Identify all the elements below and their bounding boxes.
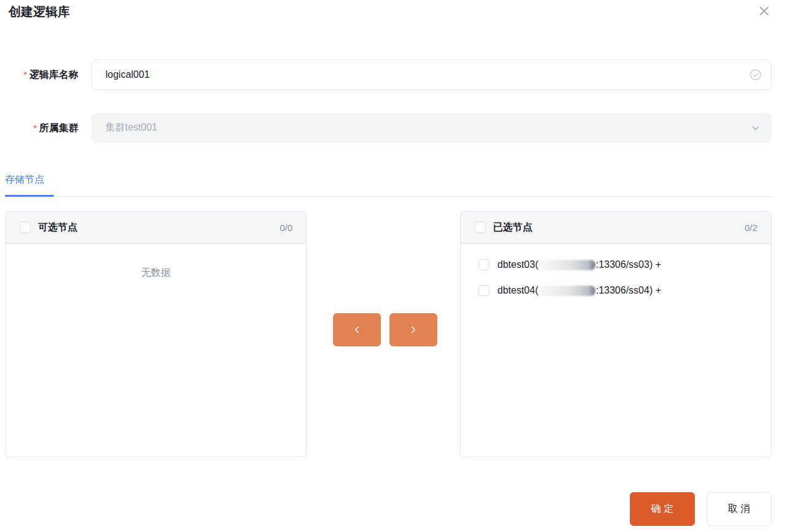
transfer-target-panel: 已选节点 0/2 dbtest03(:13306/ss03) + dbtest0…	[460, 211, 772, 457]
close-icon-glyph	[759, 6, 770, 17]
tab-divider	[5, 196, 772, 197]
source-empty-text: 无数据	[6, 267, 306, 279]
chevron-down-icon	[749, 122, 762, 134]
move-to-target-button[interactable]	[389, 313, 437, 346]
required-mark: *	[23, 69, 27, 80]
cluster-label: *所属集群	[0, 122, 78, 135]
cluster-select: 集群test001	[91, 113, 772, 143]
node-label: dbtest03(:13306/ss03) +	[497, 259, 661, 270]
form-row-cluster: *所属集群 集群test001	[0, 113, 772, 143]
source-panel-count: 0/0	[280, 222, 293, 233]
close-icon[interactable]	[758, 5, 770, 17]
target-select-all-checkbox[interactable]	[475, 222, 486, 233]
check-circle-icon	[749, 69, 762, 81]
required-mark: *	[33, 123, 37, 133]
node-label: dbtest04(:13306/ss04) +	[497, 285, 661, 296]
cancel-button[interactable]: 取 消	[706, 492, 772, 526]
target-node-item[interactable]: dbtest04(:13306/ss04) +	[461, 278, 771, 303]
source-panel-title: 可选节点	[38, 221, 77, 234]
target-panel-body: dbtest03(:13306/ss03) + dbtest04(:13306/…	[461, 244, 771, 457]
logical-name-label: *逻辑库名称	[0, 69, 78, 82]
target-node-item[interactable]: dbtest03(:13306/ss03) +	[461, 252, 771, 278]
source-panel-header: 可选节点 0/0	[6, 211, 306, 244]
dialog-title: 创建逻辑库	[9, 4, 70, 20]
target-panel-header: 已选节点 0/2	[461, 211, 771, 244]
node-checkbox[interactable]	[478, 259, 489, 270]
confirm-button[interactable]: 确 定	[630, 492, 695, 526]
target-panel-count: 0/2	[745, 222, 757, 233]
chevron-left-icon	[353, 325, 361, 334]
tab-storage-nodes[interactable]: 存储节点	[5, 173, 44, 186]
redacted-ip	[539, 260, 595, 270]
target-panel-title: 已选节点	[493, 221, 532, 234]
tab-active-indicator	[5, 195, 54, 197]
redacted-ip	[539, 286, 595, 296]
cluster-select-value: 集群test001	[105, 121, 157, 134]
logical-name-input[interactable]	[91, 59, 772, 90]
node-checkbox[interactable]	[478, 285, 489, 296]
move-to-source-button[interactable]	[333, 313, 381, 346]
form-row-logical-name: *逻辑库名称	[0, 59, 772, 90]
source-panel-body: 无数据	[6, 244, 306, 457]
chevron-right-icon	[409, 325, 418, 334]
transfer-source-panel: 可选节点 0/0 无数据	[5, 211, 307, 457]
source-select-all-checkbox[interactable]	[20, 222, 31, 233]
